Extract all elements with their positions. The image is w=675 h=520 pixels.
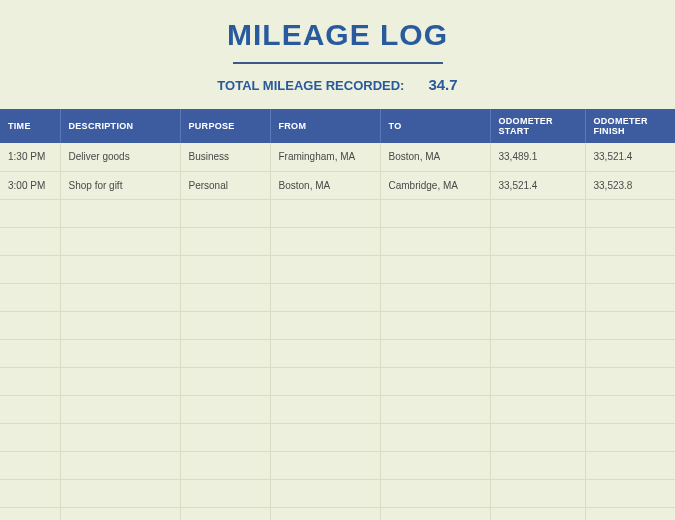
cell-empty [270,339,380,367]
cell-empty [380,227,490,255]
cell-empty [180,227,270,255]
table-row-empty [0,339,675,367]
cell-empty [380,395,490,423]
cell-empty [490,199,585,227]
cell-empty [380,423,490,451]
cell-empty [180,367,270,395]
cell-description: Shop for gift [60,171,180,199]
cell-empty [380,507,490,520]
cell-empty [180,339,270,367]
cell-empty [60,199,180,227]
cell-empty [490,255,585,283]
cell-odo_finish: 33,521.4 [585,143,675,171]
cell-time: 1:30 PM [0,143,60,171]
cell-empty [270,507,380,520]
cell-empty [60,283,180,311]
cell-purpose: Personal [180,171,270,199]
cell-empty [0,479,60,507]
table-row-empty [0,395,675,423]
cell-empty [180,311,270,339]
cell-empty [380,451,490,479]
col-header-odometer-start: ODOMETER START [490,109,585,143]
cell-empty [490,423,585,451]
col-header-odometer-finish: ODOMETER FINISH [585,109,675,143]
table-row-empty [0,507,675,520]
cell-empty [0,199,60,227]
cell-empty [270,423,380,451]
cell-empty [0,367,60,395]
cell-from: Boston, MA [270,171,380,199]
cell-empty [60,255,180,283]
cell-empty [60,451,180,479]
table-row: 1:30 PMDeliver goodsBusinessFramingham, … [0,143,675,171]
table-row-empty [0,367,675,395]
table-row-empty [0,255,675,283]
total-mileage-label: TOTAL MILEAGE RECORDED: [217,78,404,93]
cell-empty [585,311,675,339]
cell-to: Cambridge, MA [380,171,490,199]
cell-empty [270,367,380,395]
cell-empty [585,199,675,227]
table-row-empty [0,199,675,227]
cell-empty [270,227,380,255]
cell-empty [0,507,60,520]
total-mileage-value: 34.7 [428,76,457,93]
cell-odo_start: 33,489.1 [490,143,585,171]
cell-empty [180,199,270,227]
cell-empty [585,395,675,423]
cell-empty [585,479,675,507]
cell-empty [0,395,60,423]
cell-empty [180,395,270,423]
cell-empty [270,199,380,227]
cell-empty [0,227,60,255]
cell-empty [380,339,490,367]
cell-empty [180,283,270,311]
cell-empty [0,283,60,311]
table-row-empty [0,311,675,339]
cell-empty [270,451,380,479]
cell-empty [60,507,180,520]
cell-empty [60,227,180,255]
header: MILEAGE LOG TOTAL MILEAGE RECORDED: 34.7 [0,0,675,93]
cell-time: 3:00 PM [0,171,60,199]
table-header-row: TIME DESCRIPTION PURPOSE FROM TO ODOMETE… [0,109,675,143]
cell-empty [270,255,380,283]
cell-empty [490,367,585,395]
cell-odo_start: 33,521.4 [490,171,585,199]
cell-empty [585,423,675,451]
total-mileage-row: TOTAL MILEAGE RECORDED: 34.7 [0,76,675,93]
cell-empty [0,311,60,339]
cell-empty [60,367,180,395]
cell-empty [585,451,675,479]
col-header-purpose: PURPOSE [180,109,270,143]
cell-empty [490,311,585,339]
cell-empty [490,283,585,311]
cell-empty [180,451,270,479]
cell-empty [60,339,180,367]
cell-empty [60,423,180,451]
cell-empty [380,311,490,339]
cell-empty [0,423,60,451]
col-header-from: FROM [270,109,380,143]
cell-empty [490,227,585,255]
cell-empty [180,423,270,451]
cell-empty [380,283,490,311]
table-row-empty [0,451,675,479]
page-title: MILEAGE LOG [0,18,675,52]
cell-empty [60,311,180,339]
cell-empty [585,367,675,395]
cell-empty [585,227,675,255]
cell-empty [0,255,60,283]
cell-empty [60,395,180,423]
cell-empty [490,479,585,507]
table-row-empty [0,479,675,507]
cell-purpose: Business [180,143,270,171]
cell-empty [490,507,585,520]
cell-empty [270,479,380,507]
table-row-empty [0,227,675,255]
table-body: 1:30 PMDeliver goodsBusinessFramingham, … [0,143,675,520]
col-header-description: DESCRIPTION [60,109,180,143]
cell-empty [585,507,675,520]
cell-description: Deliver goods [60,143,180,171]
cell-empty [0,339,60,367]
